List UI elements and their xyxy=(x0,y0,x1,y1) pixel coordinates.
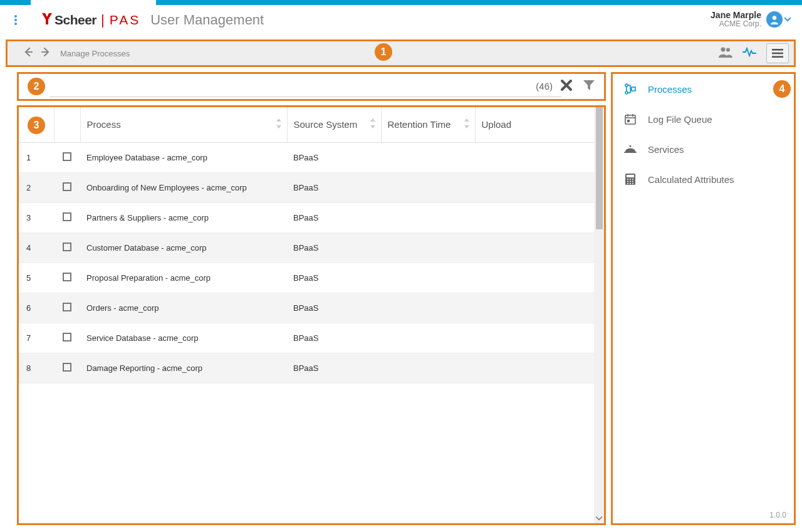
brand-divider: | xyxy=(101,12,105,28)
row-number: 6 xyxy=(19,293,54,323)
calculator-icon xyxy=(624,174,637,185)
table-row[interactable]: 7Service Database - acme_corpBPaaS xyxy=(19,323,594,353)
nav-back-button[interactable] xyxy=(21,46,35,60)
cell-upload xyxy=(475,323,594,353)
table-row[interactable]: 1Employee Database - acme_corpBPaaS xyxy=(19,142,594,172)
row-checkbox[interactable] xyxy=(63,212,71,221)
row-checkbox[interactable] xyxy=(63,363,71,372)
table-row[interactable]: 8Damage Reporting - acme_corpBPaaS xyxy=(19,353,594,383)
row-number: 2 xyxy=(19,172,54,202)
annotation-badge-3: 3 xyxy=(28,117,45,134)
svg-point-15 xyxy=(630,145,632,147)
row-checkbox[interactable] xyxy=(63,333,71,342)
row-checkbox[interactable] xyxy=(63,243,71,251)
scrollbar-thumb[interactable] xyxy=(596,107,603,229)
table-row[interactable]: 3Partners & Suppliers - acme_corpBPaaS xyxy=(19,202,594,232)
cell-process: Partners & Suppliers - acme_corp xyxy=(80,202,287,232)
svg-point-23 xyxy=(632,181,633,182)
svg-rect-6 xyxy=(772,49,783,51)
scroll-down-icon[interactable] xyxy=(595,514,603,522)
row-number: 4 xyxy=(19,232,54,263)
sidebar-item-processes[interactable]: Processes xyxy=(613,74,794,104)
cell-process: Damage Reporting - acme_corp xyxy=(80,353,287,383)
row-checkbox[interactable] xyxy=(63,273,71,281)
cell-process: Proposal Preparation - acme_corp xyxy=(80,263,287,293)
svg-point-24 xyxy=(627,183,628,184)
cell-upload xyxy=(475,172,594,202)
clear-search-button[interactable] xyxy=(560,79,573,94)
cell-retention xyxy=(381,142,475,172)
col-upload[interactable]: Upload xyxy=(475,107,594,142)
svg-point-18 xyxy=(627,179,628,180)
user-block: Jane Marple ACME Corp. xyxy=(711,11,791,29)
sort-icon xyxy=(464,118,470,130)
svg-point-21 xyxy=(627,181,628,182)
nav-forward-button[interactable] xyxy=(39,46,53,60)
cell-retention xyxy=(381,232,475,263)
cell-upload xyxy=(475,293,594,323)
col-retention[interactable]: Retention Time xyxy=(381,107,475,142)
svg-point-26 xyxy=(632,183,633,184)
chevron-down-icon xyxy=(784,17,791,22)
menu-button[interactable] xyxy=(766,43,789,63)
cell-source: BPaaS xyxy=(287,232,381,263)
row-number: 7 xyxy=(19,323,54,353)
activity-button[interactable] xyxy=(742,47,756,60)
table-row[interactable]: 2Onboarding of New Employees - acme_corp… xyxy=(19,172,594,202)
cell-upload xyxy=(475,263,594,293)
svg-point-22 xyxy=(630,181,631,182)
annotation-badge-1: 1 xyxy=(375,43,392,61)
col-source[interactable]: Source System xyxy=(287,107,381,142)
cell-source: BPaaS xyxy=(287,142,381,172)
version-label: 1.0.0 xyxy=(769,511,786,519)
brand-logo: Scheer | PAS xyxy=(42,12,140,28)
app-menu-button[interactable] xyxy=(0,5,31,35)
annotation-badge-2: 2 xyxy=(28,78,45,95)
sort-icon xyxy=(370,118,376,130)
arrow-right-icon xyxy=(41,48,50,56)
table-row[interactable]: 6Orders - acme_corpBPaaS xyxy=(19,293,594,323)
col-process[interactable]: Process xyxy=(80,107,287,142)
cell-source: BPaaS xyxy=(287,202,381,232)
cell-retention xyxy=(381,202,475,232)
annotation-badge-4: 4 xyxy=(773,80,791,98)
cell-upload xyxy=(475,353,594,383)
scrollbar-track[interactable] xyxy=(594,107,604,523)
breadcrumb[interactable]: Manage Processes xyxy=(60,49,130,58)
user-menu-button[interactable] xyxy=(766,11,791,28)
cell-source: BPaaS xyxy=(287,263,381,293)
svg-rect-13 xyxy=(627,120,630,122)
brand-scheer-text: Scheer xyxy=(55,13,96,28)
svg-point-5 xyxy=(726,48,730,52)
filter-button[interactable] xyxy=(583,79,595,94)
sidebar-item-services[interactable]: Services xyxy=(613,134,794,164)
page-title: User Management xyxy=(150,12,264,28)
svg-point-20 xyxy=(632,179,633,180)
x-icon xyxy=(560,79,573,91)
cell-upload xyxy=(475,142,594,172)
table-row[interactable]: 4Customer Database - acme_corpBPaaS xyxy=(19,232,594,263)
row-checkbox[interactable] xyxy=(63,303,71,311)
sidebar-item-label: Log File Queue xyxy=(648,114,712,125)
scheer-y-icon xyxy=(42,13,52,24)
sidebar-item-calc-attrs[interactable]: Calculated Attributes xyxy=(613,164,794,194)
cloche-icon xyxy=(624,145,637,154)
app-header: Scheer | PAS User Management Jane Marple… xyxy=(0,5,802,35)
vertical-dots-icon xyxy=(14,15,17,25)
table-row[interactable]: 5Proposal Preparation - acme_corpBPaaS xyxy=(19,263,594,293)
cell-upload xyxy=(475,232,594,263)
row-number: 3 xyxy=(19,202,54,232)
row-checkbox[interactable] xyxy=(63,152,71,161)
sidebar-item-log-queue[interactable]: Log File Queue xyxy=(613,104,794,134)
row-number: 1 xyxy=(19,142,54,172)
row-number: 8 xyxy=(19,353,54,383)
row-checkbox[interactable] xyxy=(63,182,71,191)
svg-point-0 xyxy=(14,15,17,18)
users-button[interactable] xyxy=(719,46,732,60)
search-input[interactable] xyxy=(50,96,561,97)
svg-point-1 xyxy=(14,19,17,21)
calendar-icon xyxy=(624,113,637,125)
user-name: Jane Marple xyxy=(711,11,761,20)
cell-source: BPaaS xyxy=(287,172,381,202)
svg-rect-12 xyxy=(625,115,635,124)
